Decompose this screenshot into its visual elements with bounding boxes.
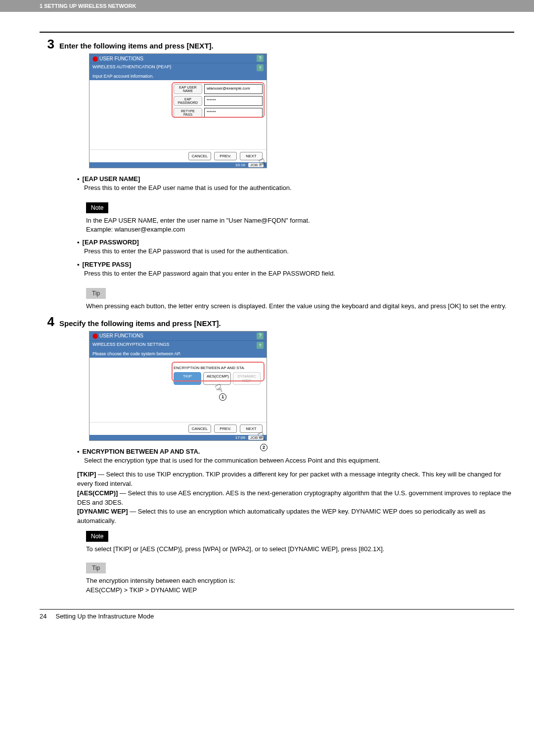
- step-title: Enter the following items and press [NEX…: [59, 42, 214, 50]
- page-number: 24: [40, 613, 46, 620]
- help-icon[interactable]: ?: [257, 64, 264, 71]
- step-3: 3 Enter the following items and press [N…: [40, 38, 514, 50]
- ss-prompt: Please choose the code system between AP…: [89, 350, 267, 358]
- tkip-button[interactable]: TKIP: [174, 372, 201, 385]
- help-icon[interactable]: ?: [257, 342, 264, 349]
- help-icon[interactable]: ?: [257, 55, 264, 62]
- step-number: 3: [40, 38, 54, 50]
- bullet-icon: •: [77, 238, 80, 246]
- cancel-button[interactable]: CANCEL: [188, 425, 211, 433]
- ss-status: 10:16 JOB S: [89, 162, 267, 168]
- retype-pass-field[interactable]: ******: [204, 108, 263, 118]
- bullet-icon: •: [77, 175, 80, 183]
- bullet-encryption: ENCRYPTION BETWEEN AP AND STA.: [83, 448, 200, 455]
- bullet-desc: Press this to enter the EAP password aga…: [84, 269, 514, 278]
- aes-para: [AES(CCMP)] — Select this to use AES enc…: [77, 489, 514, 508]
- eap-password-button[interactable]: EAP PASSWORD: [174, 96, 202, 106]
- encryption-label: ENCRYPTION BETWEEN AP AND STA.: [174, 366, 263, 370]
- ss-prompt: Input EAP account information.: [89, 72, 267, 80]
- dwep-para: [DYNAMIC WEP] — Select this to use an en…: [77, 507, 514, 526]
- bullet-desc: Select the encryption type that is used …: [84, 456, 514, 465]
- bullet-icon: •: [77, 448, 80, 455]
- ss-status: 17:09 JOB S: [89, 435, 267, 440]
- chapter-header: 1 SETTING UP WIRELESS NETWORK: [0, 0, 534, 12]
- note-badge: Note: [86, 531, 108, 542]
- screenshot-encryption: ⬤USER FUNCTIONS ? WIRELESS ENCRYPTION SE…: [89, 331, 267, 441]
- rule-top: [40, 32, 514, 33]
- note-badge: Note: [86, 202, 108, 213]
- callout-1: 1: [219, 393, 226, 401]
- bullet-eap-password: [EAP PASSWORD]: [83, 238, 139, 246]
- prev-button[interactable]: PREV.: [214, 152, 237, 160]
- ss-subtitle-bar: WIRELESS AUTHENTICATION (PEAP) ?: [89, 63, 267, 72]
- bullet-desc: Press this to enter the EAP user name th…: [84, 184, 514, 192]
- ss-body: EAP USER NAME wlanuser@example.com EAP P…: [89, 80, 267, 149]
- rule-bottom: [40, 609, 514, 610]
- tip-badge: Tip: [86, 288, 106, 299]
- tip-text: When pressing each button, the letter en…: [86, 302, 514, 311]
- note-text: In the EAP USER NAME, enter the user nam…: [86, 216, 514, 234]
- help-icon[interactable]: ?: [257, 332, 264, 339]
- bullet-icon: •: [77, 261, 80, 268]
- screenshot-peap: ⬤USER FUNCTIONS ? WIRELESS AUTHENTICATIO…: [89, 53, 267, 168]
- bullet-desc: Press this to enter the EAP password tha…: [84, 247, 514, 256]
- ss-subtitle: WIRELESS ENCRYPTION SETTINGS: [92, 342, 169, 349]
- ss-title: USER FUNCTIONS: [99, 56, 143, 61]
- prev-button[interactable]: PREV.: [214, 425, 237, 433]
- ss-title: USER FUNCTIONS: [99, 333, 143, 338]
- clock-text: 10:16: [235, 163, 245, 167]
- callout-2: 2: [260, 444, 267, 451]
- ss-titlebar: ⬤USER FUNCTIONS ?: [89, 331, 267, 340]
- footer-title: Setting Up the Infrastructure Mode: [55, 613, 154, 620]
- step-title: Specify the following items and press [N…: [59, 319, 221, 328]
- eap-user-name-field[interactable]: wlanuser@example.com: [204, 84, 263, 94]
- clock-text: 17:09: [235, 435, 245, 440]
- retype-pass-button[interactable]: RETYPE PASS: [174, 108, 202, 118]
- ss-subtitle: WIRELESS AUTHENTICATION (PEAP): [92, 64, 171, 71]
- ss-footer: CANCEL PREV. NEXT ☟ 2: [89, 422, 267, 435]
- cancel-button[interactable]: CANCEL: [188, 152, 211, 160]
- ss-body: ENCRYPTION BETWEEN AP AND STA. TKIP AES(…: [89, 358, 267, 422]
- dynamic-wep-button[interactable]: DYNAMIC WEP: [233, 372, 261, 385]
- ss-subtitle-bar: WIRELESS ENCRYPTION SETTINGS ?: [89, 340, 267, 350]
- logo-icon: ⬤: [92, 56, 98, 61]
- eap-user-name-button[interactable]: EAP USER NAME: [174, 84, 202, 94]
- bullet-eap-user-name: [EAP USER NAME]: [83, 175, 140, 183]
- bullet-retype-pass: [RETYPE PASS]: [83, 261, 132, 268]
- page-content: 3 Enter the following items and press [N…: [0, 12, 534, 630]
- tkip-para: [TKIP] — Select this to use TKIP encrypt…: [77, 470, 514, 489]
- ss-titlebar: ⬤USER FUNCTIONS ?: [89, 54, 267, 63]
- ss-footer: CANCEL PREV. NEXT ☟: [89, 149, 267, 162]
- step-number: 4: [40, 315, 54, 328]
- page-footer: 24Setting Up the Infrastructure Mode: [40, 613, 514, 620]
- tip-text: The encryption intensity between each en…: [86, 576, 514, 595]
- tip-badge: Tip: [86, 563, 106, 573]
- eap-password-field[interactable]: ******: [204, 96, 263, 106]
- step-4: 4 Specify the following items and press …: [40, 315, 514, 328]
- logo-icon: ⬤: [92, 333, 98, 338]
- note-text: To select [TKIP] or [AES (CCMP)], press …: [86, 545, 514, 554]
